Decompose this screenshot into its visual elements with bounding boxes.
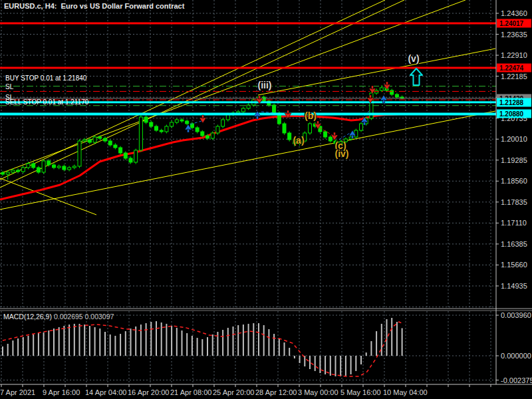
mt4-chart-window: EURUSD.c, H4: Euro vs US Dollar Forward … xyxy=(0,0,532,399)
chart-canvas[interactable] xyxy=(0,0,532,399)
candle-body xyxy=(98,137,102,138)
candle-body xyxy=(155,126,158,130)
time-axis-label: 10 May 04:00 xyxy=(383,388,428,396)
candle-body xyxy=(139,117,142,150)
candle-body xyxy=(170,122,174,126)
candle-body xyxy=(6,172,9,174)
candle-body xyxy=(42,161,45,172)
candle-body xyxy=(288,133,291,140)
time-axis-label: 14 Apr 04:00 xyxy=(85,388,126,396)
candle-body xyxy=(375,90,378,93)
candle-body xyxy=(329,137,332,141)
candle-body xyxy=(53,165,56,168)
price-axis-label: 1.14935 xyxy=(501,282,527,290)
chart-title: EURUSD.c, H4: Euro vs US Dollar Forward … xyxy=(4,2,184,10)
price-axis-label: 1.20010 xyxy=(501,135,527,143)
macd-main-value: 0.002695 xyxy=(54,313,83,321)
price-axis-label: 1.17110 xyxy=(501,219,527,227)
candle-body xyxy=(21,168,25,172)
candle-body xyxy=(17,170,20,172)
elliott-wave-label-iv[interactable]: (iv) xyxy=(335,148,349,159)
macd-signal-line xyxy=(3,322,404,376)
candle-body xyxy=(27,164,30,168)
candle-body xyxy=(160,130,163,132)
candle-body xyxy=(380,88,383,90)
candle-body xyxy=(129,158,132,162)
macd-axis-label: 0.003960 xyxy=(501,311,531,319)
elliott-wave-label-a[interactable]: (a) xyxy=(293,135,304,146)
time-axis-label: 3 May 00:00 xyxy=(298,388,338,396)
candle-body xyxy=(11,170,15,172)
price-axis-label: 1.18560 xyxy=(501,177,527,185)
price-axis-label: 1.24360 xyxy=(501,9,527,17)
price-axis-label: 1.22910 xyxy=(501,51,527,59)
candle-body xyxy=(241,108,245,112)
cyan-level-2-price-badge: 1.20880 xyxy=(497,110,531,118)
candle-body xyxy=(104,138,107,141)
time-axis-label: 28 Apr 12:00 xyxy=(255,388,297,396)
time-axis-label: 16 Apr 20:00 xyxy=(128,388,169,396)
candle-body xyxy=(37,168,40,172)
sell-signal-arrow-icon[interactable] xyxy=(200,115,206,123)
candle-body xyxy=(144,117,148,122)
candle-body xyxy=(324,132,327,137)
candle-body xyxy=(180,120,184,121)
macd-axis-label: 0.000000 xyxy=(501,352,531,360)
candle-body xyxy=(124,153,127,158)
candle-body xyxy=(78,141,81,166)
candle-body xyxy=(354,130,358,137)
candle-body xyxy=(175,120,178,122)
candle-body xyxy=(221,120,225,126)
candle-body xyxy=(150,122,153,126)
macd-name: MACD(12,26,9) xyxy=(3,313,52,321)
sell-stop-order-label[interactable]: SELL STOP 0.01 at 1.21170 xyxy=(5,98,88,106)
time-axis-label: 21 Apr 08:00 xyxy=(170,388,211,396)
macd-signal-value: 0.003097 xyxy=(85,313,114,321)
candle-body xyxy=(283,124,286,133)
candle-body xyxy=(119,148,122,153)
candle-body xyxy=(309,124,312,133)
candle-body xyxy=(108,141,112,145)
candle-body xyxy=(83,140,86,141)
candle-body xyxy=(395,94,398,97)
time-axis-label: 7 Apr 2021 xyxy=(0,388,35,396)
candle-body xyxy=(32,164,35,168)
elliott-wave-label-b[interactable]: (b) xyxy=(305,110,317,121)
candle-body xyxy=(57,166,61,168)
candle-body xyxy=(201,132,204,136)
candle-body xyxy=(134,150,138,162)
macd-indicator-label: MACD(12,26,9) 0.002695 0.003097 xyxy=(3,313,114,321)
time-axis-label: 25 Apr 20:00 xyxy=(213,388,254,396)
elliott-wave-label-iii[interactable]: (iii) xyxy=(258,80,272,90)
candle-body xyxy=(68,168,71,170)
candle-body xyxy=(216,126,219,133)
candle-body xyxy=(165,126,168,132)
resistance-2-price-badge: 1.22474 xyxy=(497,64,531,72)
candle-body xyxy=(262,97,265,101)
price-axis-label: 1.16385 xyxy=(501,240,527,248)
candle-body xyxy=(273,105,276,113)
price-axis-label: 1.23635 xyxy=(501,31,527,39)
time-axis-label: 9 Apr 16:00 xyxy=(43,388,80,396)
stop-loss-label-buy[interactable]: SL xyxy=(5,83,13,90)
candle-body xyxy=(47,161,51,165)
fan-line[interactable] xyxy=(0,0,466,174)
candle-body xyxy=(211,133,214,138)
time-axis-label: 5 May 16:00 xyxy=(340,388,381,396)
candle-body xyxy=(93,137,96,142)
candle-body xyxy=(196,128,199,132)
elliott-wave-label-v[interactable]: (v) xyxy=(408,53,419,64)
candle-body xyxy=(1,173,5,174)
candle-body xyxy=(114,145,117,148)
buy-stop-order-label[interactable]: BUY STOP 0.01 at 1.21840 xyxy=(5,74,86,82)
price-axis-label: 1.15660 xyxy=(501,261,527,269)
candle-body xyxy=(88,140,91,142)
candle-body xyxy=(72,166,76,168)
candle-body xyxy=(390,90,394,94)
candle-body xyxy=(206,136,209,138)
large-up-arrow-icon[interactable] xyxy=(410,68,422,85)
candle-body xyxy=(186,121,189,124)
resistance-1-price-badge: 1.24017 xyxy=(497,19,531,27)
steep-channel-2[interactable] xyxy=(0,0,404,188)
candle-body xyxy=(360,124,363,130)
